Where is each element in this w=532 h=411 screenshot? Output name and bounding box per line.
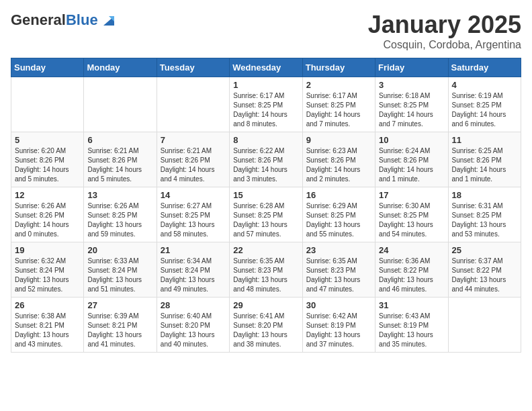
calendar-cell: 26Sunrise: 6:38 AM Sunset: 8:21 PM Dayli… [11,298,84,353]
weekday-header-thursday: Thursday [302,58,375,77]
calendar-cell: 16Sunrise: 6:29 AM Sunset: 8:25 PM Dayli… [302,187,375,242]
day-info: Sunrise: 6:22 AM Sunset: 8:26 PM Dayligh… [233,146,298,184]
day-info: Sunrise: 6:17 AM Sunset: 8:25 PM Dayligh… [306,91,371,129]
calendar-cell: 9Sunrise: 6:23 AM Sunset: 8:26 PM Daylig… [302,132,375,187]
day-number: 30 [306,300,371,310]
calendar-cell: 21Sunrise: 6:34 AM Sunset: 8:24 PM Dayli… [157,242,229,298]
calendar-cell: 10Sunrise: 6:24 AM Sunset: 8:26 PM Dayli… [375,132,448,187]
title-block: January 2025 Cosquin, Cordoba, Argentina [368,11,521,51]
day-info: Sunrise: 6:41 AM Sunset: 8:20 PM Dayligh… [233,312,298,349]
calendar-cell: 11Sunrise: 6:25 AM Sunset: 8:26 PM Dayli… [448,132,521,187]
calendar-cell: 20Sunrise: 6:33 AM Sunset: 8:24 PM Dayli… [84,242,157,298]
day-info: Sunrise: 6:18 AM Sunset: 8:25 PM Dayligh… [379,91,444,129]
day-number: 19 [15,245,80,255]
calendar-cell: 7Sunrise: 6:21 AM Sunset: 8:26 PM Daylig… [157,132,229,187]
day-number: 15 [233,190,298,200]
calendar-cell: 1Sunrise: 6:17 AM Sunset: 8:25 PM Daylig… [230,77,302,132]
page-header: GeneralBlue January 2025 Cosquin, Cordob… [11,11,521,51]
day-info: Sunrise: 6:30 AM Sunset: 8:25 PM Dayligh… [379,201,444,239]
day-number: 4 [452,80,517,90]
day-info: Sunrise: 6:39 AM Sunset: 8:21 PM Dayligh… [87,312,152,349]
day-number: 16 [306,190,371,200]
logo: GeneralBlue [11,11,118,30]
logo-icon [99,11,118,30]
day-number: 23 [306,245,371,255]
calendar-cell: 12Sunrise: 6:26 AM Sunset: 8:26 PM Dayli… [11,187,84,242]
day-number: 9 [306,135,371,145]
day-number: 7 [161,135,226,145]
day-info: Sunrise: 6:17 AM Sunset: 8:25 PM Dayligh… [233,91,298,129]
weekday-header-row: SundayMondayTuesdayWednesdayThursdayFrid… [11,58,521,77]
day-info: Sunrise: 6:34 AM Sunset: 8:24 PM Dayligh… [161,257,226,294]
calendar-cell: 4Sunrise: 6:19 AM Sunset: 8:25 PM Daylig… [448,77,521,132]
day-number: 10 [379,135,444,145]
calendar-cell: 31Sunrise: 6:43 AM Sunset: 8:19 PM Dayli… [375,298,448,353]
day-number: 1 [233,80,298,90]
day-info: Sunrise: 6:28 AM Sunset: 8:25 PM Dayligh… [233,201,298,239]
calendar-week-1: 1Sunrise: 6:17 AM Sunset: 8:25 PM Daylig… [11,77,521,132]
calendar-cell: 25Sunrise: 6:37 AM Sunset: 8:22 PM Dayli… [448,242,521,298]
day-number: 2 [306,80,371,90]
day-info: Sunrise: 6:24 AM Sunset: 8:26 PM Dayligh… [379,146,444,184]
day-info: Sunrise: 6:21 AM Sunset: 8:26 PM Dayligh… [87,146,152,184]
day-number: 8 [233,135,298,145]
calendar-cell [84,77,157,132]
calendar-cell: 22Sunrise: 6:35 AM Sunset: 8:23 PM Dayli… [230,242,302,298]
day-number: 24 [379,245,444,255]
day-info: Sunrise: 6:23 AM Sunset: 8:26 PM Dayligh… [306,146,371,184]
day-number: 11 [452,135,517,145]
day-number: 21 [161,245,226,255]
calendar-cell: 29Sunrise: 6:41 AM Sunset: 8:20 PM Dayli… [230,298,302,353]
day-info: Sunrise: 6:20 AM Sunset: 8:26 PM Dayligh… [15,146,80,184]
day-number: 14 [161,190,226,200]
logo-general-text: General [11,11,66,28]
day-number: 18 [452,190,517,200]
calendar-cell: 5Sunrise: 6:20 AM Sunset: 8:26 PM Daylig… [11,132,84,187]
calendar-cell [11,77,84,132]
day-number: 31 [379,300,444,310]
day-info: Sunrise: 6:43 AM Sunset: 8:19 PM Dayligh… [379,312,444,349]
day-info: Sunrise: 6:32 AM Sunset: 8:24 PM Dayligh… [15,257,80,294]
day-number: 26 [15,300,80,310]
day-number: 17 [379,190,444,200]
day-info: Sunrise: 6:21 AM Sunset: 8:26 PM Dayligh… [161,146,226,184]
day-number: 6 [87,135,152,145]
logo-blue-text: Blue [66,11,98,28]
day-info: Sunrise: 6:42 AM Sunset: 8:19 PM Dayligh… [306,312,371,349]
calendar-cell: 14Sunrise: 6:27 AM Sunset: 8:25 PM Dayli… [157,187,229,242]
weekday-header-tuesday: Tuesday [157,58,229,77]
weekday-header-friday: Friday [375,58,448,77]
calendar-cell: 2Sunrise: 6:17 AM Sunset: 8:25 PM Daylig… [302,77,375,132]
calendar-cell: 18Sunrise: 6:31 AM Sunset: 8:25 PM Dayli… [448,187,521,242]
calendar-cell: 19Sunrise: 6:32 AM Sunset: 8:24 PM Dayli… [11,242,84,298]
calendar-cell [157,77,229,132]
day-info: Sunrise: 6:19 AM Sunset: 8:25 PM Dayligh… [452,91,517,129]
day-info: Sunrise: 6:26 AM Sunset: 8:25 PM Dayligh… [87,201,152,239]
day-info: Sunrise: 6:38 AM Sunset: 8:21 PM Dayligh… [15,312,80,349]
calendar-cell: 27Sunrise: 6:39 AM Sunset: 8:21 PM Dayli… [84,298,157,353]
calendar-week-4: 19Sunrise: 6:32 AM Sunset: 8:24 PM Dayli… [11,242,521,298]
day-number: 25 [452,245,517,255]
weekday-header-sunday: Sunday [11,58,84,77]
calendar-cell: 17Sunrise: 6:30 AM Sunset: 8:25 PM Dayli… [375,187,448,242]
calendar-week-3: 12Sunrise: 6:26 AM Sunset: 8:26 PM Dayli… [11,187,521,242]
calendar-cell: 24Sunrise: 6:36 AM Sunset: 8:22 PM Dayli… [375,242,448,298]
month-title: January 2025 [368,11,521,39]
day-info: Sunrise: 6:35 AM Sunset: 8:23 PM Dayligh… [233,257,298,294]
calendar-cell: 3Sunrise: 6:18 AM Sunset: 8:25 PM Daylig… [375,77,448,132]
day-info: Sunrise: 6:29 AM Sunset: 8:25 PM Dayligh… [306,201,371,239]
calendar-cell: 13Sunrise: 6:26 AM Sunset: 8:25 PM Dayli… [84,187,157,242]
day-number: 28 [161,300,226,310]
calendar-week-5: 26Sunrise: 6:38 AM Sunset: 8:21 PM Dayli… [11,298,521,353]
day-info: Sunrise: 6:37 AM Sunset: 8:22 PM Dayligh… [452,257,517,294]
calendar-cell: 15Sunrise: 6:28 AM Sunset: 8:25 PM Dayli… [230,187,302,242]
calendar-cell: 28Sunrise: 6:40 AM Sunset: 8:20 PM Dayli… [157,298,229,353]
day-info: Sunrise: 6:31 AM Sunset: 8:25 PM Dayligh… [452,201,517,239]
day-number: 27 [87,300,152,310]
day-number: 20 [87,245,152,255]
calendar-cell [448,298,521,353]
day-number: 29 [233,300,298,310]
day-number: 12 [15,190,80,200]
day-number: 13 [87,190,152,200]
location-subtitle: Cosquin, Cordoba, Argentina [368,39,521,51]
